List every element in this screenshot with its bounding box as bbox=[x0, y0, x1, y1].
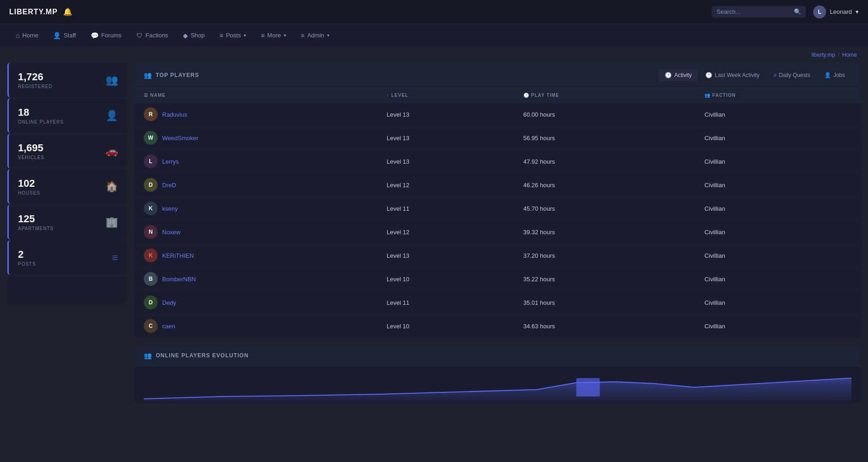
factions-icon: 🛡 bbox=[136, 32, 143, 39]
tab-activity[interactable]: 🕐 Activity bbox=[658, 69, 698, 81]
tab-jobs-label: Jobs bbox=[833, 72, 845, 78]
content-area: 👥 TOP PLAYERS 🕐 Activity 🕐 Last Week Act… bbox=[135, 63, 861, 403]
stat-posts: 2 POSTS ≡ bbox=[7, 240, 127, 275]
svg-marker-0 bbox=[144, 378, 851, 401]
posts-icon: ≡ bbox=[219, 32, 223, 39]
player-name-link[interactable]: kseny bbox=[162, 205, 178, 212]
nav-label-posts: Posts bbox=[226, 32, 241, 39]
player-playtime-cell: 56.95 hours bbox=[514, 126, 695, 150]
evolution-title: ONLINE PLAYERS EVOLUTION bbox=[156, 352, 249, 359]
player-level-cell: Level 13 bbox=[377, 244, 514, 267]
tab-jobs[interactable]: 👤 Jobs bbox=[818, 69, 851, 81]
navbar: LIBERTY.MP 🔔 🔍 L Leonard ▾ bbox=[0, 0, 868, 24]
apartments-icon: 🏢 bbox=[106, 216, 118, 228]
player-name-cell: C caen bbox=[135, 314, 377, 338]
player-avatar: L bbox=[144, 154, 158, 168]
player-name-link[interactable]: Lerrys bbox=[162, 158, 179, 165]
stat-label-houses: HOUSES bbox=[18, 190, 40, 195]
top-players-icon: 👥 bbox=[144, 71, 152, 79]
stat-info-online: 18 ONLINE PLAYERS bbox=[18, 107, 64, 124]
player-name-link[interactable]: WeedSmoker bbox=[162, 135, 199, 142]
stat-label-vehicles: VEHICLES bbox=[18, 155, 44, 160]
forums-icon: 💬 bbox=[91, 32, 99, 39]
evolution-panel: 👥 ONLINE PLAYERS EVOLUTION bbox=[135, 345, 861, 403]
daily-quests-tab-icon: ≡ bbox=[774, 72, 777, 78]
notification-bell-icon[interactable]: 🔔 bbox=[63, 7, 72, 16]
players-table: ☰NAME ↑LEVEL 🕐PLAY TIME 👥FACTION R Raduv… bbox=[135, 88, 861, 338]
sidebar-item-more[interactable]: ≡ More bbox=[254, 28, 293, 43]
player-faction-cell: Civillian bbox=[695, 244, 861, 267]
sidebar-item-shop[interactable]: ◆ Shop bbox=[176, 28, 211, 43]
breadcrumb: liberty.mp / Home bbox=[0, 47, 868, 63]
sidebar-item-staff[interactable]: 👤 Staff bbox=[47, 28, 82, 43]
posts-stat-icon: ≡ bbox=[112, 252, 118, 264]
player-playtime-cell: 45.70 hours bbox=[514, 197, 695, 220]
sidebar-item-forums[interactable]: 💬 Forums bbox=[84, 28, 128, 43]
player-avatar: B bbox=[144, 272, 158, 286]
player-name-link[interactable]: KERiTHIEN bbox=[162, 252, 194, 259]
player-faction-cell: Civillian bbox=[695, 291, 861, 314]
stat-number-online: 18 bbox=[18, 107, 64, 118]
player-name-cell: L Lerrys bbox=[135, 150, 377, 173]
table-row: C caen Level 10 34.63 hours Civillian bbox=[135, 314, 861, 338]
player-playtime-cell: 34.63 hours bbox=[514, 314, 695, 338]
player-faction-cell: Civillian bbox=[695, 220, 861, 244]
player-level-cell: Level 12 bbox=[377, 173, 514, 197]
player-name-cell: B BomberNBN bbox=[135, 267, 377, 291]
player-name-cell: D Dedy bbox=[135, 291, 377, 314]
sidebar-item-admin[interactable]: ≡ Admin bbox=[294, 28, 336, 43]
player-name-link[interactable]: Noxew bbox=[162, 229, 181, 236]
player-playtime-cell: 39.32 hours bbox=[514, 220, 695, 244]
stat-info-posts: 2 POSTS bbox=[18, 249, 36, 267]
sidebar-item-posts[interactable]: ≡ Posts bbox=[213, 28, 252, 43]
col-faction: 👥FACTION bbox=[695, 88, 861, 103]
sidebar-item-home[interactable]: ⌂ Home bbox=[9, 28, 45, 43]
sidebar-item-factions[interactable]: 🛡 Factions bbox=[130, 28, 175, 43]
player-name-cell: W WeedSmoker bbox=[135, 126, 377, 150]
player-playtime-cell: 46.26 hours bbox=[514, 173, 695, 197]
houses-icon: 🏠 bbox=[106, 181, 118, 193]
player-level-cell: Level 10 bbox=[377, 314, 514, 338]
player-name-link[interactable]: BomberNBN bbox=[162, 276, 196, 283]
player-avatar: N bbox=[144, 225, 158, 239]
player-faction-cell: Civillian bbox=[695, 150, 861, 173]
player-avatar: C bbox=[144, 319, 158, 333]
panel-title-top-players: 👥 TOP PLAYERS bbox=[144, 71, 199, 79]
players-table-head: ☰NAME ↑LEVEL 🕐PLAY TIME 👥FACTION bbox=[135, 88, 861, 103]
player-level-cell: Level 11 bbox=[377, 291, 514, 314]
col-play-time: 🕐PLAY TIME bbox=[514, 88, 695, 103]
tab-daily-quests[interactable]: ≡ Daily Quests bbox=[767, 69, 817, 81]
breadcrumb-current: Home bbox=[842, 52, 857, 58]
stat-info-vehicles: 1,695 VEHICLES bbox=[18, 142, 44, 160]
username-label: Leonard bbox=[830, 8, 852, 15]
players-table-body: R Raduvius Level 13 60.00 hours Civillia… bbox=[135, 103, 861, 338]
search-box: 🔍 bbox=[712, 6, 806, 18]
stat-houses: 102 HOUSES 🏠 bbox=[7, 169, 127, 204]
stat-number-houses: 102 bbox=[18, 178, 40, 190]
nav-label-shop: Shop bbox=[191, 32, 205, 39]
user-menu[interactable]: L Leonard ▾ bbox=[813, 6, 859, 18]
tab-activity-label: Activity bbox=[674, 72, 692, 78]
brand-name[interactable]: LIBERTY.MP bbox=[9, 8, 58, 16]
player-faction-cell: Civillian bbox=[695, 267, 861, 291]
search-input[interactable] bbox=[716, 8, 790, 15]
stat-label-registered: REGISTERED bbox=[18, 84, 53, 89]
player-name-link[interactable]: caen bbox=[162, 323, 175, 330]
staff-icon: 👤 bbox=[53, 32, 61, 39]
stat-info-registered: 1,726 REGISTERED bbox=[18, 71, 53, 89]
tab-last-week[interactable]: 🕐 Last Week Activity bbox=[699, 69, 766, 81]
player-name-link[interactable]: DreD bbox=[162, 182, 176, 189]
player-avatar: R bbox=[144, 107, 158, 121]
nav-menu: ⌂ Home 👤 Staff 💬 Forums 🛡 Factions ◆ Sho… bbox=[0, 24, 868, 47]
stat-registered: 1,726 REGISTERED 👥 bbox=[7, 63, 127, 97]
player-name-link[interactable]: Dedy bbox=[162, 299, 176, 306]
tab-daily-quests-label: Daily Quests bbox=[779, 72, 810, 78]
player-name-link[interactable]: Raduvius bbox=[162, 111, 187, 118]
shop-icon: ◆ bbox=[183, 32, 188, 39]
col-name: ☰NAME bbox=[135, 88, 377, 103]
stat-info-houses: 102 HOUSES bbox=[18, 178, 40, 195]
evolution-panel-title: 👥 ONLINE PLAYERS EVOLUTION bbox=[144, 352, 249, 359]
table-row: D DreD Level 12 46.26 hours Civillian bbox=[135, 173, 861, 197]
player-name-cell: K KERiTHIEN bbox=[135, 244, 377, 267]
breadcrumb-site[interactable]: liberty.mp bbox=[812, 52, 835, 58]
